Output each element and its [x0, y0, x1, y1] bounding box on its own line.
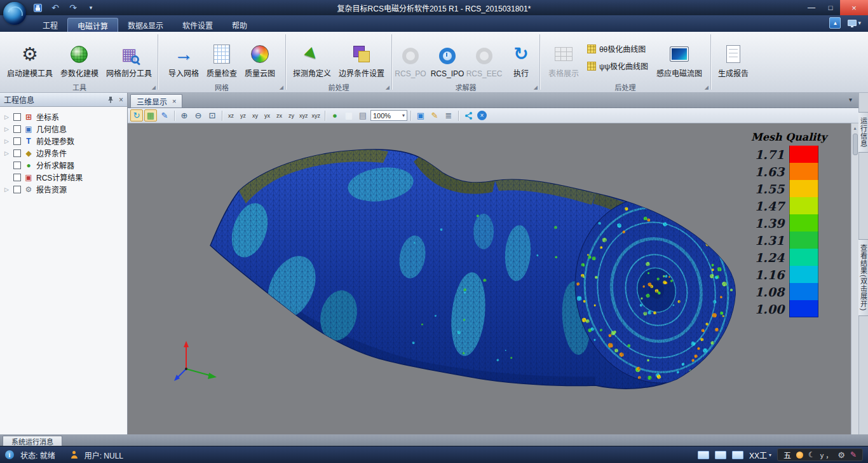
rotate-view-button[interactable]: ↻: [130, 109, 143, 121]
viewport-scrollbar[interactable]: ▴: [851, 123, 858, 434]
tree-item-analysis-solver[interactable]: ● 分析求解器: [0, 159, 127, 171]
expand-arrow-icon[interactable]: ▷: [3, 114, 10, 120]
maximize-button[interactable]: □: [821, 0, 840, 15]
screen-capture-button[interactable]: ▣: [414, 109, 427, 121]
checkbox[interactable]: [13, 125, 21, 133]
view-preset-button[interactable]: xyz: [298, 109, 309, 121]
ime-moon-icon[interactable]: ☾: [808, 451, 815, 459]
view-preset-button[interactable]: yx: [262, 109, 273, 121]
table-display-button[interactable]: 表格展示: [545, 33, 582, 81]
parametric-modeling-button[interactable]: 参数化建模: [57, 33, 102, 81]
menu-tab-project[interactable]: 工程: [33, 18, 67, 32]
pin-icon[interactable]: [107, 96, 114, 103]
window-thumbnail-button[interactable]: [698, 451, 709, 459]
wireframe-button[interactable]: ▦: [342, 109, 355, 121]
tree-item-boundary-conditions[interactable]: ▷ ◆ 边界条件: [0, 147, 127, 159]
dialog-launcher-icon[interactable]: ◢: [534, 85, 538, 90]
tree-item-geometry-info[interactable]: ▷ ▣ 几何信息: [0, 123, 127, 135]
psi-polarization-curve-button[interactable]: ψψ极化曲线图: [587, 60, 648, 71]
layers-button[interactable]: ≣: [442, 109, 455, 121]
tab-3d-view[interactable]: 三维显示 ×: [130, 94, 182, 107]
app-logo-icon[interactable]: [3, 2, 26, 25]
window-thumbnail-button[interactable]: [715, 451, 726, 459]
view-preset-button[interactable]: yz: [238, 109, 248, 121]
tree-item-rcs-results[interactable]: ▣ RCS计算结果: [0, 171, 127, 183]
dialog-launcher-icon[interactable]: ◢: [705, 85, 709, 90]
panel-close-icon[interactable]: ×: [119, 95, 123, 104]
checkbox[interactable]: [13, 113, 21, 121]
zoom-out-button[interactable]: ⊖: [192, 109, 205, 121]
probe-angle-button[interactable]: ▶ 探测角定义: [290, 33, 334, 81]
dialog-launcher-icon[interactable]: ◢: [152, 85, 156, 90]
view-preset-button[interactable]: xy: [250, 109, 261, 121]
launch-modeling-tool-button[interactable]: ⚙ 启动建模工具: [4, 33, 56, 81]
view-preset-button[interactable]: xyz: [311, 109, 322, 121]
quality-check-button[interactable]: 质量检查: [203, 33, 240, 81]
menu-tab-help[interactable]: 帮助: [222, 18, 257, 32]
checkbox[interactable]: [13, 137, 21, 145]
view-preset-button[interactable]: zx: [274, 109, 285, 121]
tree-item-report-resources[interactable]: ▷ ⚙ 报告资源: [0, 183, 127, 195]
view-preset-button[interactable]: zy: [286, 109, 297, 121]
execute-button[interactable]: ↻ 执行: [503, 33, 539, 81]
tabbar-menu-icon[interactable]: ▾: [849, 96, 852, 103]
zoom-window-button[interactable]: ⊡: [206, 109, 219, 121]
checkbox[interactable]: [13, 149, 21, 157]
checkbox[interactable]: [13, 174, 21, 181]
ime-punctuation-button[interactable]: y ，: [820, 450, 833, 460]
shaded-view-button[interactable]: ●: [329, 109, 341, 121]
qat-dropdown-icon[interactable]: ▾: [85, 2, 97, 13]
rcs-po-button[interactable]: RCS_PO: [393, 33, 428, 81]
annotate-button[interactable]: ✎: [428, 109, 441, 121]
tab-system-messages[interactable]: 系统运行消息: [3, 436, 62, 446]
tree-item-coordinate-system[interactable]: ▷ ⊞ 坐标系: [0, 111, 127, 123]
view-preset-button[interactable]: xz: [226, 109, 236, 121]
checkbox[interactable]: [13, 162, 21, 169]
ime-settings-icon[interactable]: ⚙: [837, 451, 845, 459]
close-button[interactable]: ×: [840, 0, 868, 15]
ime-sun-icon[interactable]: [796, 452, 803, 459]
redo-button[interactable]: ↷: [67, 2, 79, 13]
side-tab-view-results[interactable]: 查看结果(双击展开): [858, 239, 868, 316]
tree-item-preprocess-params[interactable]: ▷ T 前处理参数: [0, 135, 127, 147]
minimize-button[interactable]: —: [802, 0, 821, 15]
checkbox[interactable]: [13, 186, 21, 193]
tray-app-label[interactable]: XX工 ▾: [749, 450, 771, 460]
zoom-level-select[interactable]: 100% ▾: [370, 110, 407, 121]
model-canvas[interactable]: [128, 123, 851, 434]
scrollbar-thumb[interactable]: [853, 134, 858, 155]
quality-cloudmap-button[interactable]: 质量云图: [241, 33, 278, 81]
tab-close-icon[interactable]: ×: [172, 97, 176, 105]
menu-tab-em-compute[interactable]: 电磁计算: [67, 18, 118, 32]
close-view-button[interactable]: ×: [477, 111, 487, 120]
display-switch-button[interactable]: ▾: [846, 17, 863, 29]
boundary-condition-button[interactable]: 边界条件设置: [336, 33, 388, 81]
generate-report-button[interactable]: 生成报告: [715, 33, 752, 81]
edit-view-button[interactable]: ✎: [158, 109, 171, 121]
scroll-up-icon[interactable]: ▴: [853, 123, 856, 131]
side-tab-run-info[interactable]: 运行信息: [858, 112, 868, 153]
mesh-display-button[interactable]: ▤: [356, 109, 369, 121]
rcs-eec-button[interactable]: RCS_EEC: [466, 33, 502, 81]
induced-current-map-button[interactable]: 感应电磁流图: [653, 33, 705, 81]
rcs-ipo-button[interactable]: RCS_IPO: [430, 33, 465, 81]
expand-arrow-icon[interactable]: ▷: [3, 126, 10, 132]
menu-tab-data-display[interactable]: 数据&显示: [118, 18, 173, 32]
import-mesh-button[interactable]: → 导入网格: [165, 33, 202, 81]
ime-mode-button[interactable]: 五: [783, 450, 791, 460]
undo-button[interactable]: ↶: [50, 2, 61, 13]
window-thumbnail-button[interactable]: [732, 451, 743, 459]
save-button[interactable]: [32, 2, 43, 13]
panel-up-button[interactable]: ▲: [829, 17, 841, 29]
mesh-partition-tool-button[interactable]: ▦ 网格剖分工具: [103, 33, 155, 81]
3d-viewport[interactable]: Mesh Quality 1.71 1.63 1.55 1.47 1.39 1.…: [128, 123, 851, 434]
render-grid-button[interactable]: ▦: [144, 109, 157, 121]
expand-arrow-icon[interactable]: ▷: [3, 138, 10, 144]
dialog-launcher-icon[interactable]: ◢: [386, 85, 390, 90]
theta-polarization-curve-button[interactable]: θθ极化曲线图: [587, 43, 648, 54]
expand-arrow-icon[interactable]: ▷: [3, 186, 10, 193]
share-button[interactable]: [462, 109, 475, 121]
menu-tab-settings[interactable]: 软件设置: [173, 18, 222, 32]
zoom-in-button[interactable]: ⊕: [178, 109, 191, 121]
expand-arrow-icon[interactable]: ▷: [3, 150, 10, 156]
